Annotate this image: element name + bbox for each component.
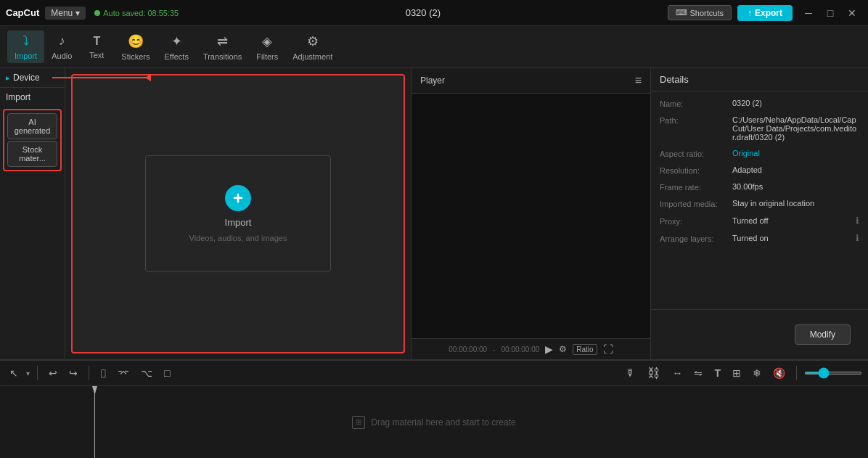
import-inner-box: + Import Videos, audios, and images — [145, 155, 332, 272]
fullscreen-button[interactable]: ⛶ — [603, 343, 613, 355]
arrange-value: Turned on — [732, 234, 769, 242]
timeline-toolbar: ↖ ▾ ↩ ↪ ⌷ ⌤ ⌥ □ 🎙 ⛓ ↔ ⇋ T ⊞ ❄ 🔇 — [0, 360, 868, 386]
window-controls: ─ □ ✕ — [798, 3, 862, 23]
audio-icon: ♪ — [59, 33, 65, 49]
auto-saved-indicator: Auto saved: 08:55:35 — [94, 9, 179, 17]
nav-item-filters[interactable]: ◈ Filters — [249, 30, 285, 64]
nav-item-import[interactable]: ⤵ Import — [7, 30, 44, 63]
nav-item-effects[interactable]: ✦ Effects — [157, 30, 195, 64]
detail-row-arrange: Arrange layers: Turned on ℹ — [660, 233, 859, 243]
stock-material-button[interactable]: Stock mater... — [7, 141, 57, 167]
close-button[interactable]: ✕ — [842, 3, 862, 23]
redo-button[interactable]: ↪ — [65, 365, 81, 381]
nav-item-audio[interactable]: ♪ Audio — [44, 30, 79, 63]
player-content — [412, 94, 650, 338]
stickers-icon: 😊 — [128, 33, 144, 49]
drag-hint-text: Drag material here and start to create — [371, 417, 515, 428]
pip-button[interactable]: ⊞ — [729, 365, 745, 381]
nav-item-transitions[interactable]: ⇌ Transitions — [196, 30, 249, 64]
timeline-area: ⊞ Drag material here and start to create — [0, 386, 868, 458]
name-value: 0320 (2) — [732, 99, 859, 107]
arrange-info-icon[interactable]: ℹ — [856, 233, 859, 243]
proxy-label: Proxy: — [660, 216, 732, 226]
center-panel: + Import Videos, audios, and images — [65, 68, 411, 359]
import-label: Import — [225, 217, 252, 228]
nav-item-text[interactable]: T Text — [79, 32, 114, 62]
detail-row-aspect: Aspect ratio: Original — [660, 149, 859, 158]
ratio-button[interactable]: Ratio — [573, 344, 597, 355]
effects-icon: ✦ — [171, 33, 182, 49]
freeze-button[interactable]: ❄ — [749, 365, 765, 381]
upload-icon: ↑ — [748, 8, 752, 18]
import-sublabel: Videos, audios, and images — [189, 234, 287, 242]
export-button[interactable]: ↑ Export — [737, 5, 793, 21]
player-menu-button[interactable]: ≡ — [635, 74, 642, 87]
path-value: C:/Users/Neha/AppData/Local/CapCut/User … — [732, 115, 859, 142]
mute-button[interactable]: 🔇 — [769, 365, 789, 381]
nav-item-stickers[interactable]: 😊 Stickers — [114, 30, 157, 64]
nav-label-filters: Filters — [256, 52, 278, 61]
details-body: Name: 0320 (2) Path: C:/Users/Neha/AppDa… — [651, 91, 868, 309]
link-button[interactable]: ⛓ — [644, 364, 664, 383]
aspect-value: Original — [732, 149, 859, 158]
nav-label-effects: Effects — [164, 52, 188, 61]
player-title: Player — [420, 75, 445, 86]
ai-generated-button[interactable]: AI generated — [7, 113, 57, 139]
toolbar-separator-1 — [37, 366, 38, 380]
select-tool-button[interactable]: ↖ — [6, 365, 22, 381]
trim-left-button[interactable]: ⌤ — [114, 365, 133, 381]
red-arrow-indicator — [52, 74, 151, 81]
import-drop-zone[interactable]: + Import Videos, audios, and images — [71, 74, 405, 353]
imported-media-label: Imported media: — [660, 199, 732, 208]
aspect-label: Aspect ratio: — [660, 149, 732, 158]
filters-icon: ◈ — [262, 33, 272, 49]
detail-row-proxy: Proxy: Turned off ℹ — [660, 216, 859, 226]
player-header: Player ≡ — [412, 68, 650, 94]
minimize-button[interactable]: ─ — [798, 3, 819, 23]
delete-button[interactable]: □ — [160, 365, 173, 381]
app-container: CapCut Menu ▾ Auto saved: 08:55:35 0320 … — [0, 0, 868, 458]
zoom-slider[interactable] — [804, 372, 862, 375]
timeline-cursor — [94, 386, 95, 458]
keyboard-icon: ⌨ — [676, 8, 687, 17]
maximize-button[interactable]: □ — [820, 3, 840, 23]
nav-label-import: Import — [15, 52, 37, 60]
split-button[interactable]: ⌷ — [97, 365, 110, 381]
detail-row-path: Path: C:/Users/Neha/AppData/Local/CapCut… — [660, 115, 859, 142]
framerate-label: Frame rate: — [660, 182, 732, 192]
import-icon: ⤵ — [22, 33, 29, 49]
shortcuts-button[interactable]: ⌨ Shortcuts — [668, 5, 732, 20]
import-plus-button[interactable]: + — [225, 185, 251, 211]
adjustment-icon: ⚙ — [307, 33, 319, 49]
top-bar: CapCut Menu ▾ Auto saved: 08:55:35 0320 … — [0, 0, 868, 26]
player-controls: 00:00:00:00 - 00:00:00:00 ▶ ⚙ Ratio ⛶ — [412, 338, 650, 359]
detail-row-name: Name: 0320 (2) — [660, 99, 859, 108]
undo-button[interactable]: ↩ — [45, 365, 61, 381]
play-button[interactable]: ▶ — [545, 343, 553, 355]
details-panel: Details Name: 0320 (2) Path: C:/Users/Ne… — [650, 68, 868, 359]
arrange-left: Arrange layers: Turned on — [660, 234, 769, 243]
source-buttons-container: AI generated Stock mater... — [3, 109, 62, 171]
bottom-section: ↖ ▾ ↩ ↪ ⌷ ⌤ ⌥ □ 🎙 ⛓ ↔ ⇋ T ⊞ ❄ 🔇 — [0, 359, 868, 458]
player-panel: Player ≡ 00:00:00:00 - 00:00:00:00 ▶ ⚙ R… — [411, 68, 650, 359]
mic-button[interactable]: 🎙 — [622, 365, 639, 381]
proxy-left: Proxy: Turned off — [660, 216, 769, 226]
toolbar-separator-2 — [89, 366, 89, 380]
nav-label-text: Text — [89, 51, 104, 60]
modify-button[interactable]: Modify — [795, 324, 851, 345]
proxy-info-icon[interactable]: ℹ — [856, 216, 859, 226]
unlink-button[interactable]: ↔ — [668, 365, 686, 381]
details-header: Details — [651, 68, 868, 91]
select-arrow: ▾ — [26, 369, 30, 377]
detach-audio-button[interactable]: ⇋ — [690, 365, 706, 381]
detail-row-resolution: Resolution: Adapted — [660, 165, 859, 175]
device-section: ▸ Device — [0, 68, 65, 88]
settings-button[interactable]: ⚙ — [559, 344, 567, 354]
menu-button[interactable]: Menu ▾ — [45, 7, 86, 20]
resolution-label: Resolution: — [660, 165, 732, 175]
trim-right-button[interactable]: ⌥ — [137, 365, 156, 381]
framerate-value: 30.00fps — [732, 182, 859, 191]
transitions-icon: ⇌ — [217, 33, 228, 49]
text-button[interactable]: T — [711, 365, 724, 381]
nav-item-adjustment[interactable]: ⚙ Adjustment — [285, 30, 340, 64]
